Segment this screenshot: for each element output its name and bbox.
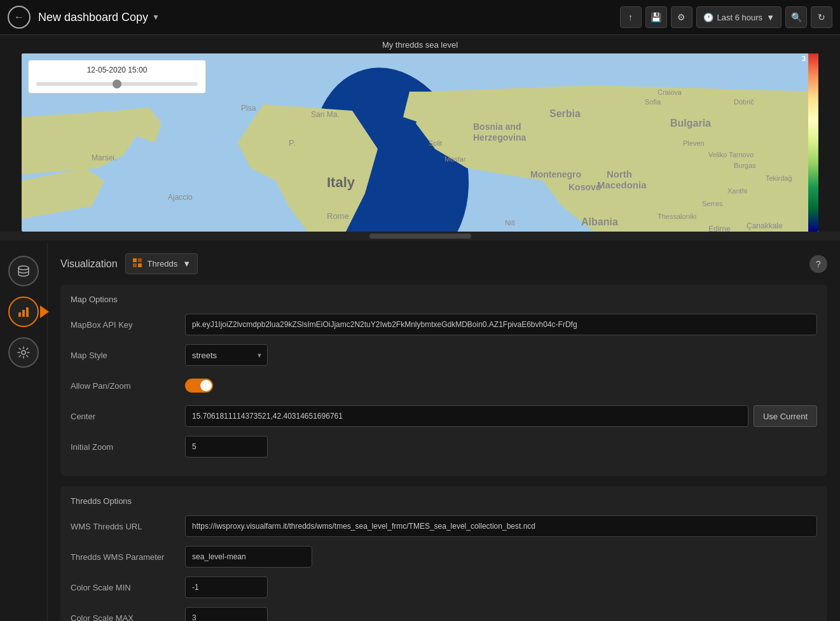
map-style-row: Map Style streets outdoors light dark sa… — [71, 344, 817, 366]
back-button[interactable]: ← — [8, 6, 31, 29]
map-options-card: Map Options MapBox API Key Map Style str… — [60, 284, 827, 476]
svg-text:Rome: Rome — [327, 211, 349, 221]
svg-text:Kosovo: Kosovo — [568, 182, 601, 192]
search-button[interactable]: 🔍 — [785, 6, 807, 28]
sidebar-item-gear[interactable] — [8, 337, 39, 368]
svg-text:P.: P. — [289, 138, 296, 148]
time-range-label: Last 6 hours — [717, 13, 763, 22]
viz-title: Visualization — [60, 258, 118, 270]
center-input-group: Use Current — [185, 405, 817, 427]
map-title: My thredds sea level — [0, 40, 840, 50]
svg-text:Çanakkale: Çanakkale — [747, 221, 783, 230]
svg-text:Split: Split — [429, 139, 442, 147]
thredds-options-title: Thredds Options — [71, 496, 817, 506]
map-style-select[interactable]: streets outdoors light dark satellite — [185, 344, 268, 366]
wms-url-label: WMS Thredds URL — [71, 522, 185, 531]
center-label: Center — [71, 412, 185, 421]
dashboard-title: New dashboard Copy — [38, 11, 148, 24]
center-input[interactable] — [185, 405, 748, 427]
svg-text:Italy: Italy — [327, 174, 355, 190]
svg-text:Bosnia and: Bosnia and — [473, 122, 521, 132]
svg-text:Bulgaria: Bulgaria — [670, 118, 711, 129]
svg-rect-47 — [26, 307, 29, 317]
map-scrollbar-track[interactable] — [369, 234, 471, 239]
share-icon: ↑ — [628, 12, 633, 22]
color-min-label: Color Scale MIN — [71, 583, 185, 592]
allow-pan-row: Allow Pan/Zoom — [71, 374, 817, 397]
time-range-button[interactable]: 🕐 Last 6 hours ▼ — [696, 6, 781, 28]
svg-text:Macedonia: Macedonia — [597, 179, 647, 190]
color-min-input[interactable] — [185, 576, 268, 598]
color-min-row: Color Scale MIN — [71, 576, 817, 599]
plugin-icon — [132, 258, 142, 270]
map-style-select-wrap: streets outdoors light dark satellite ▼ — [185, 344, 268, 366]
search-icon: 🔍 — [791, 12, 802, 22]
svg-text:Dobrič: Dobrič — [734, 98, 754, 106]
svg-text:Pleven: Pleven — [683, 139, 705, 147]
allow-pan-label: Allow Pan/Zoom — [71, 381, 185, 391]
svg-text:Edirne: Edirne — [708, 225, 731, 232]
mapbox-api-row: MapBox API Key — [71, 313, 817, 336]
wms-param-input[interactable] — [185, 546, 312, 568]
wms-param-label: Thredds WMS Parameter — [71, 552, 185, 562]
refresh-button[interactable]: ↻ — [811, 6, 832, 28]
main-content: Visualization Thredds ▼ ? Map Opti — [0, 243, 840, 621]
svg-text:Marsei.: Marsei. — [92, 153, 116, 162]
svg-text:Montenegro: Montenegro — [530, 169, 581, 179]
wms-param-row: Thredds WMS Parameter — [71, 545, 817, 568]
plugin-selector[interactable]: Thredds ▼ — [125, 253, 198, 274]
svg-text:Burgas: Burgas — [734, 162, 756, 169]
save-button[interactable]: 💾 — [645, 6, 667, 28]
svg-text:Herzegovina: Herzegovina — [473, 132, 526, 143]
svg-text:Sofia: Sofia — [645, 98, 661, 106]
gear-icon: ⚙ — [677, 12, 685, 22]
svg-rect-46 — [22, 310, 25, 317]
svg-text:Albania: Albania — [581, 216, 618, 227]
initial-zoom-input[interactable] — [185, 436, 268, 457]
svg-rect-45 — [18, 312, 21, 317]
colorscale-max-label: 3 — [802, 55, 806, 62]
wms-url-input[interactable] — [185, 515, 817, 537]
help-button[interactable]: ? — [809, 255, 827, 273]
thredds-options-card: Thredds Options WMS Thredds URL Thredds … — [60, 486, 827, 621]
svg-rect-50 — [138, 258, 142, 262]
svg-text:Veliko Tarnovo: Veliko Tarnovo — [708, 151, 754, 158]
svg-text:Xanthi: Xanthi — [727, 187, 747, 195]
save-icon: 💾 — [651, 12, 661, 22]
svg-text:Ajaccio: Ajaccio — [168, 193, 193, 202]
map-style-label: Map Style — [71, 351, 185, 360]
refresh-icon: ↻ — [818, 12, 825, 22]
header-title-area: New dashboard Copy ▼ — [38, 11, 160, 24]
initial-zoom-label: Initial Zoom — [71, 442, 185, 452]
color-max-label: Color Scale MAX — [71, 613, 185, 622]
help-icon: ? — [816, 259, 821, 269]
center-row: Center Use Current — [71, 405, 817, 428]
initial-zoom-row: Initial Zoom — [71, 435, 817, 458]
plugin-label: Thredds — [148, 259, 178, 269]
sidebar-item-chart[interactable] — [8, 297, 39, 327]
viz-header: Visualization Thredds ▼ ? — [60, 253, 827, 274]
share-button[interactable]: ↑ — [620, 6, 642, 28]
use-current-button[interactable]: Use Current — [754, 405, 817, 427]
svg-rect-49 — [133, 258, 137, 262]
color-max-input[interactable] — [185, 607, 268, 621]
settings-button[interactable]: ⚙ — [671, 6, 692, 28]
database-icon — [17, 264, 31, 278]
svg-text:Thessaloniki: Thessaloniki — [658, 213, 696, 220]
map-wrapper[interactable]: Italy P. Pisa San Ma. Rome Ajaccio Marse… — [22, 53, 818, 232]
clock-icon: 🕐 — [703, 13, 713, 22]
chart-icon — [17, 305, 31, 319]
mapbox-api-input[interactable] — [185, 314, 817, 335]
svg-text:Tekirdağ: Tekirdağ — [766, 174, 792, 182]
header: ← New dashboard Copy ▼ ↑ 💾 ⚙ 🕐 Last 6 ho… — [0, 0, 840, 35]
time-slider[interactable] — [36, 82, 198, 86]
title-dropdown-caret[interactable]: ▼ — [152, 13, 160, 22]
colorscale-bar: 3 — [808, 53, 818, 232]
header-actions: ↑ 💾 ⚙ 🕐 Last 6 hours ▼ 🔍 ↻ — [620, 6, 832, 28]
mapbox-label: MapBox API Key — [71, 320, 185, 330]
svg-rect-52 — [138, 263, 142, 267]
allow-pan-toggle[interactable] — [185, 379, 213, 393]
map-scrollbar-area — [0, 232, 840, 241]
svg-text:Serres: Serres — [702, 200, 723, 207]
sidebar-item-database[interactable] — [8, 256, 39, 286]
